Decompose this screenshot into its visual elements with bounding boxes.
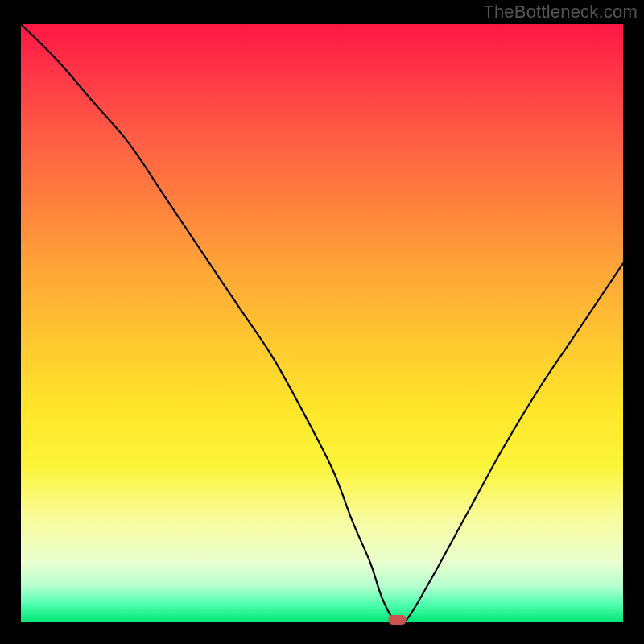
chart-wrap: TheBottleneck.com <box>0 0 644 644</box>
plot-area <box>21 24 623 622</box>
chart-svg <box>21 24 623 622</box>
curve-line <box>21 24 623 624</box>
attribution-text: TheBottleneck.com <box>483 2 638 23</box>
min-marker <box>389 615 407 625</box>
